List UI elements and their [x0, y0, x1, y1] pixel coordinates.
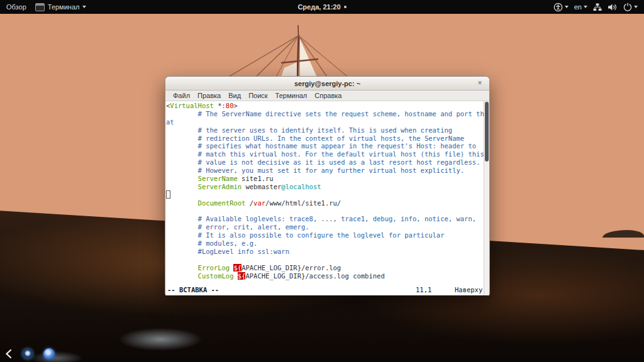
close-button[interactable]: × [475, 78, 485, 88]
window-title: sergiy@sergiy-pc: ~ [294, 80, 360, 87]
terminal-row: <VirtualHost *:80> [166, 102, 484, 110]
terminal-row: # the server uses to identify itself. Th… [166, 126, 484, 134]
terminal-row: # However, you must set it for any furth… [166, 167, 484, 175]
terminal-row: # value is not decisive as it is used as… [166, 158, 484, 167]
blue-sphere-app-icon[interactable] [43, 348, 55, 359]
terminal-row: # modules, e.g. [166, 239, 484, 248]
terminal-row: # Available loglevels: trace8, ..., trac… [166, 215, 484, 223]
title-bar[interactable]: sergiy@sergiy-pc: ~ × [165, 77, 489, 90]
terminal-row: # specifies what hostname must appear in… [166, 142, 484, 150]
scrollbar-thumb[interactable] [485, 102, 489, 162]
vim-scroll-position: Наверху [455, 286, 482, 293]
terminal-row: ServerAdmin webmaster@localhost [166, 183, 484, 191]
menu-item-5[interactable]: Справка [311, 92, 345, 99]
menu-bar: ФайлПравкаВидПоискТерминалСправка [165, 90, 489, 101]
menu-item-3[interactable]: Поиск [245, 92, 271, 99]
menu-item-1[interactable]: Правка [194, 92, 225, 99]
chevron-left-icon[interactable] [5, 349, 12, 359]
terminal-row: ServerName site1.ru [166, 175, 484, 183]
terminal-row: #LogLevel info ssl:warn [166, 248, 484, 256]
terminal-row: CustomLog ${APACHE_LOG_DIR}/access.log c… [166, 272, 484, 280]
terminal-row: # It is also possible to configure the l… [166, 231, 484, 239]
menu-item-4[interactable]: Терминал [272, 92, 311, 99]
menu-item-0[interactable]: Файл [169, 92, 194, 99]
terminal-row: at [166, 118, 484, 126]
terminal-row: # The ServerName directive sets the requ… [166, 110, 484, 118]
desktop: Обзор Терминал Среда, 21:20 [0, 0, 644, 362]
top-bar: Обзор Терминал Среда, 21:20 [0, 0, 644, 14]
clock-button[interactable]: Среда, 21:20 [297, 3, 346, 11]
notification-dot-icon [344, 6, 347, 8]
vim-ruler: 11,1 [416, 286, 431, 293]
clock-label: Среда, 21:20 [297, 3, 340, 11]
terminal-row: # match this virtual host. For the defau… [166, 150, 484, 158]
vim-cursor [166, 190, 170, 199]
vim-status-line: -- ВСТАВКА -- 11,1 Наверху [166, 286, 484, 295]
terminal-row: # error, crit, alert, emerg. [166, 223, 484, 231]
vim-mode-indicator: -- ВСТАВКА -- [167, 286, 219, 293]
terminal-row [166, 207, 484, 216]
menu-item-2[interactable]: Вид [225, 92, 245, 99]
terminal-screen[interactable]: <VirtualHost *:80> # The ServerName dire… [166, 102, 484, 280]
terminal-row [166, 256, 484, 264]
clock-app-icon[interactable] [22, 348, 33, 359]
terminal-window: sergiy@sergiy-pc: ~ × ФайлПравкаВидПоиск… [165, 76, 490, 295]
terminal-row: DocumentRoot /var/www/html/site1.ru/ [166, 199, 484, 207]
scrollbar[interactable] [484, 101, 489, 295]
terminal-row: ErrorLog ${APACHE_LOG_DIR}/error.log [166, 264, 484, 272]
terminal-area[interactable]: <VirtualHost *:80> # The ServerName dire… [165, 101, 489, 295]
terminal-row [166, 191, 484, 199]
overlay-dock [5, 348, 55, 359]
terminal-row: # redirection URLs. In the context of vi… [166, 134, 484, 143]
